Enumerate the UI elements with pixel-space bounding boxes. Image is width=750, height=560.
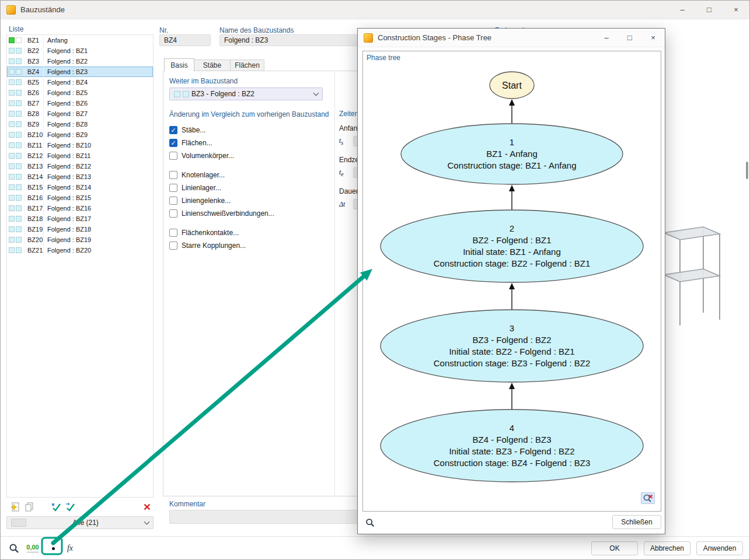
delete-stage-button[interactable] <box>141 501 154 513</box>
phase-node-2 <box>381 210 643 282</box>
list-item-bz7[interactable]: BZ7Folgend : BZ6 <box>7 98 153 108</box>
list-item-bz1[interactable]: BZ1Anfang <box>7 35 153 46</box>
tab-basis[interactable]: Basis <box>164 58 194 71</box>
tab-flaechen[interactable]: Flächen <box>231 60 264 71</box>
stage-id: BZ12 <box>24 152 43 159</box>
stage-color-swatch <box>16 174 22 180</box>
close-icon[interactable]: × <box>723 1 749 19</box>
stage-color-swatch <box>9 69 15 75</box>
list-item-bz13[interactable]: BZ13Folgend : BZ12 <box>7 161 153 172</box>
maximize-icon[interactable]: □ <box>696 1 723 19</box>
stage-desc: Folgend : BZ14 <box>43 182 153 192</box>
nr-value: BZ4 <box>164 36 177 44</box>
point-display-button[interactable] <box>47 542 60 554</box>
checkbox-linienlager[interactable]: Linienlager... <box>169 181 274 194</box>
model-preview <box>654 222 750 339</box>
decimal-places-button[interactable]: 0,00 <box>24 541 41 556</box>
close-icon[interactable]: × <box>641 29 665 47</box>
list-item-bz12[interactable]: BZ12Folgend : BZ11 <box>7 150 153 161</box>
list-item-bz15[interactable]: BZ15Folgend : BZ14 <box>7 182 153 192</box>
checkbox-fl-chenkontakte[interactable]: Flächenkontakte... <box>169 226 274 239</box>
stage-color-swatch <box>9 216 15 222</box>
stage-color-swatch <box>16 205 22 211</box>
cancel-button[interactable]: Abbrechen <box>644 541 690 555</box>
tab-staebe[interactable]: Stäbe <box>194 60 231 71</box>
stage-color-swatch <box>16 69 22 75</box>
search-icon <box>365 517 375 528</box>
checkbox-volumenk-rper[interactable]: Volumenkörper... <box>169 149 274 162</box>
checkbox-st-be[interactable]: ✓Stäbe... <box>169 124 274 136</box>
new-sheet-star-icon <box>10 502 20 512</box>
list-item-bz17[interactable]: BZ17Folgend : BZ16 <box>7 203 153 214</box>
main-titlebar: Bauzustände – □ × <box>1 1 749 19</box>
right-panel-grip[interactable] <box>746 162 748 179</box>
phase-node-text: BZ4 - Folgend : BZ3 <box>472 435 551 444</box>
stage-desc: Folgend : BZ2 <box>43 56 153 66</box>
checkbox-label: Volumenkörper... <box>182 152 234 160</box>
stage-desc: Folgend : BZ16 <box>43 203 153 214</box>
list-item-bz16[interactable]: BZ16Folgend : BZ15 <box>7 192 153 203</box>
phase-tree-dialog: Construction Stages - Phase Tree – □ × S… <box>357 28 665 534</box>
copy-stage-button[interactable] <box>23 501 36 513</box>
checkbox-fl-chen[interactable]: ✓Flächen... <box>169 136 274 149</box>
stage-color-swatch <box>16 142 22 148</box>
checkbox-knotenlager[interactable]: Knotenlager... <box>169 169 274 181</box>
stage-color-swatch <box>174 91 180 97</box>
stage-color-swatch <box>9 142 15 148</box>
list-item-bz21[interactable]: BZ21Folgend : BZ20 <box>7 245 153 256</box>
apply-button[interactable]: Anwenden <box>696 541 743 555</box>
function-button[interactable]: fx <box>62 541 78 556</box>
checkbox-starre-kopplungen[interactable]: Starre Kopplungen... <box>169 239 274 252</box>
phase-tree-canvas[interactable]: Start1BZ1 - AnfangConstruction stage: BZ… <box>362 51 661 512</box>
check-apply-button[interactable] <box>50 501 62 513</box>
ok-button[interactable]: OK <box>591 541 638 555</box>
filter-label: Alle (21) <box>29 519 142 527</box>
search-button[interactable] <box>8 542 20 555</box>
stage-id: BZ11 <box>24 142 43 149</box>
list-item-bz20[interactable]: BZ20Folgend : BZ19 <box>7 235 153 245</box>
stage-desc: Folgend : BZ5 <box>43 88 153 98</box>
check-all-button[interactable] <box>64 501 76 513</box>
stage-color-swatch <box>16 216 22 222</box>
phase-node-text: BZ1 - Anfang <box>486 149 538 159</box>
list-filter-dropdown[interactable]: Alle (21) <box>6 516 154 529</box>
list-item-bz19[interactable]: BZ19Folgend : BZ18 <box>7 224 153 235</box>
list-item-bz3[interactable]: BZ3Folgend : BZ2 <box>7 56 153 66</box>
list-item-bz14[interactable]: BZ14Folgend : BZ13 <box>7 172 153 182</box>
stage-list[interactable]: BZ1AnfangBZ2Folgend : BZ1BZ3Folgend : BZ… <box>6 34 154 498</box>
close-dialog-button[interactable]: Schließen <box>612 515 661 529</box>
list-item-bz6[interactable]: BZ6Folgend : BZ5 <box>7 88 153 98</box>
minimize-icon[interactable]: – <box>595 29 618 47</box>
stage-color-swatch <box>9 37 15 43</box>
maximize-icon[interactable]: □ <box>618 29 641 47</box>
search-button[interactable] <box>364 516 376 529</box>
list-item-bz4[interactable]: BZ4Folgend : BZ3 <box>7 66 153 77</box>
list-item-bz5[interactable]: BZ5Folgend : BZ4 <box>7 77 153 88</box>
stage-id: BZ10 <box>24 131 43 138</box>
tree-arrowhead <box>509 99 515 106</box>
checkbox-linienschwei-verbindungen[interactable]: Linienschweißverbindungen... <box>169 207 274 220</box>
list-item-bz9[interactable]: BZ9Folgend : BZ8 <box>7 119 153 130</box>
new-stage-button[interactable] <box>9 501 22 513</box>
nr-input[interactable]: BZ4 <box>159 34 211 46</box>
checkbox-liniengelenke[interactable]: Liniengelenke... <box>169 194 274 207</box>
stage-id: BZ19 <box>24 226 43 233</box>
app-icon <box>364 33 373 43</box>
phase-node-text: 4 <box>510 423 514 433</box>
checkbox-label: Stäbe... <box>182 126 205 134</box>
stage-id: BZ5 <box>24 79 43 86</box>
list-item-bz18[interactable]: BZ18Folgend : BZ17 <box>7 214 153 224</box>
phase-node-text: Construction stage: BZ1 - Anfang <box>448 160 577 170</box>
list-item-bz11[interactable]: BZ11Folgend : BZ10 <box>7 140 153 150</box>
zoom-reset-icon[interactable] <box>641 492 655 504</box>
phase-node-3 <box>381 310 643 382</box>
list-item-bz10[interactable]: BZ10Folgend : BZ9 <box>7 130 153 140</box>
minimize-icon[interactable]: – <box>669 1 696 19</box>
stage-id: BZ7 <box>24 100 43 107</box>
list-item-bz8[interactable]: BZ8Folgend : BZ7 <box>7 108 153 119</box>
weiter-dropdown[interactable]: BZ3 - Folgend : BZ2 <box>169 88 323 100</box>
tree-arrowhead <box>509 383 515 389</box>
list-item-bz2[interactable]: BZ2Folgend : BZ1 <box>7 46 153 56</box>
list-label: Liste <box>9 25 23 33</box>
stage-desc: Folgend : BZ19 <box>43 235 153 245</box>
